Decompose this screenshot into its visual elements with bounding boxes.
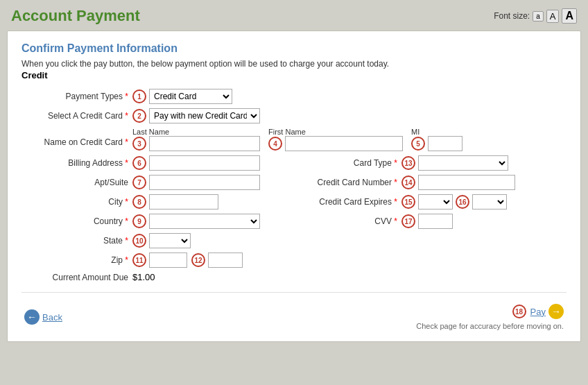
cc-expires-month-select[interactable] bbox=[418, 194, 453, 209]
payment-types-row: Payment Types * 1 Credit Card bbox=[21, 89, 567, 104]
first-name-sublabel: First Name bbox=[268, 128, 403, 136]
font-small-button[interactable]: a bbox=[533, 11, 544, 22]
circle-10: 10 bbox=[132, 234, 146, 248]
cc-number-row: Credit Card Number * 14 bbox=[304, 175, 567, 190]
circle-17: 17 bbox=[401, 214, 415, 228]
state-select[interactable] bbox=[149, 233, 191, 248]
back-link[interactable]: ← Back bbox=[24, 309, 62, 325]
circle-13: 13 bbox=[401, 156, 415, 170]
circle-14: 14 bbox=[401, 176, 415, 189]
back-label: Back bbox=[42, 312, 62, 323]
first-name-col: First Name 4 bbox=[268, 128, 403, 151]
billing-address-label: Billing Address * bbox=[21, 158, 132, 168]
circle-16: 16 bbox=[456, 195, 469, 209]
amount-row: Current Amount Due $1.00 bbox=[21, 272, 284, 282]
zip-row: Zip * 11 12 bbox=[21, 253, 284, 268]
first-name-input[interactable] bbox=[285, 136, 403, 151]
zip-ext-input[interactable] bbox=[208, 253, 243, 268]
credit-label: Credit bbox=[21, 70, 567, 80]
left-form-col: Billing Address * 6 Apt/Suite 7 bbox=[21, 155, 284, 286]
zip-input[interactable] bbox=[149, 253, 187, 268]
payment-types-label: Payment Types * bbox=[21, 92, 132, 101]
mi-input[interactable] bbox=[428, 136, 462, 151]
circle-18: 18 bbox=[512, 305, 526, 318]
city-input[interactable] bbox=[149, 194, 218, 209]
name-fields: Last Name 3 First Name 4 MI bbox=[132, 128, 462, 151]
circle-1: 1 bbox=[132, 89, 146, 103]
payment-types-select[interactable]: Credit Card bbox=[149, 89, 232, 104]
last-name-sublabel: Last Name bbox=[132, 128, 260, 136]
amount-label: Current Amount Due bbox=[21, 273, 132, 282]
amount-value: $1.00 bbox=[132, 272, 155, 282]
payment-types-field: 1 Credit Card bbox=[132, 89, 232, 104]
select-card-row: Select A Credit Card * 2 Pay with new Cr… bbox=[21, 108, 567, 123]
circle-9: 9 bbox=[132, 214, 146, 228]
cvv-row: CVV * 17 bbox=[304, 214, 567, 229]
last-name-input[interactable] bbox=[149, 136, 260, 151]
name-on-card-label: Name on Credit Card * bbox=[21, 128, 132, 147]
main-form-cols: Billing Address * 6 Apt/Suite 7 bbox=[21, 155, 567, 286]
city-label: City * bbox=[21, 197, 132, 207]
country-label: Country * bbox=[21, 216, 132, 226]
select-card-select[interactable]: Pay with new Credit Card bbox=[149, 108, 260, 123]
footer-row: ← Back 18 Pay → Check page for accuracy … bbox=[21, 304, 567, 330]
pay-row: 18 Pay → bbox=[512, 304, 564, 319]
cc-expires-label: Credit Card Expires * bbox=[304, 197, 401, 207]
state-row: State * 10 bbox=[21, 233, 284, 248]
country-row: Country * 9 bbox=[21, 214, 284, 229]
right-form-col: Card Type * 13 Credit Card Number * 14 bbox=[291, 155, 567, 286]
circle-4: 4 bbox=[268, 137, 282, 151]
cc-expires-year-select[interactable] bbox=[472, 194, 507, 209]
circle-11: 11 bbox=[132, 253, 146, 267]
font-medium-button[interactable]: A bbox=[546, 10, 560, 23]
cc-number-input[interactable] bbox=[418, 175, 515, 190]
font-size-label: Font size: bbox=[494, 11, 530, 21]
apt-suite-label: Apt/Suite bbox=[21, 178, 132, 187]
card-type-select[interactable] bbox=[418, 155, 508, 171]
circle-6: 6 bbox=[132, 156, 146, 170]
circle-8: 8 bbox=[132, 195, 146, 209]
select-card-label: Select A Credit Card * bbox=[21, 111, 132, 121]
zip-label: Zip * bbox=[21, 255, 132, 265]
page-title: Account Payment bbox=[11, 7, 140, 25]
check-accuracy-text: Check page for accuracy before moving on… bbox=[416, 322, 564, 330]
last-name-col: Last Name 3 bbox=[132, 128, 260, 151]
circle-3: 3 bbox=[132, 137, 146, 151]
state-label: State * bbox=[21, 236, 132, 246]
select-card-field: 2 Pay with new Credit Card bbox=[132, 108, 260, 123]
apt-suite-input[interactable] bbox=[149, 175, 260, 190]
font-size-control: Font size: a A A bbox=[494, 8, 577, 24]
billing-address-row: Billing Address * 6 bbox=[21, 155, 284, 171]
circle-7: 7 bbox=[132, 176, 146, 189]
billing-address-input[interactable] bbox=[149, 155, 260, 171]
font-large-button[interactable]: A bbox=[562, 8, 577, 24]
section-title: Confirm Payment Information bbox=[21, 42, 567, 55]
card-type-label: Card Type * bbox=[304, 158, 401, 168]
card-type-row: Card Type * 13 bbox=[304, 155, 567, 171]
circle-2: 2 bbox=[132, 109, 146, 123]
cc-number-label: Credit Card Number * bbox=[304, 178, 401, 187]
pay-link[interactable]: Pay → bbox=[530, 304, 564, 319]
description-text: When you click the pay button, the below… bbox=[21, 59, 567, 69]
pay-section: 18 Pay → Check page for accuracy before … bbox=[416, 304, 564, 330]
content-box: Confirm Payment Information When you cli… bbox=[7, 31, 581, 342]
apt-suite-row: Apt/Suite 7 bbox=[21, 175, 284, 190]
cvv-input[interactable] bbox=[418, 214, 453, 229]
pay-arrow-icon: → bbox=[548, 304, 564, 319]
circle-12: 12 bbox=[191, 253, 205, 267]
circle-5: 5 bbox=[411, 137, 425, 151]
back-arrow-icon: ← bbox=[24, 309, 40, 325]
pay-label: Pay bbox=[530, 307, 546, 317]
mi-sublabel: MI bbox=[411, 128, 462, 136]
country-select[interactable] bbox=[149, 214, 260, 229]
cc-expires-row: Credit Card Expires * 15 16 bbox=[304, 194, 567, 209]
separator bbox=[21, 292, 567, 293]
cvv-label: CVV * bbox=[304, 216, 401, 226]
circle-15: 15 bbox=[401, 195, 415, 209]
city-row: City * 8 bbox=[21, 194, 284, 209]
name-on-card-row: Name on Credit Card * Last Name 3 First … bbox=[21, 128, 567, 151]
mi-col: MI 5 bbox=[411, 128, 462, 151]
